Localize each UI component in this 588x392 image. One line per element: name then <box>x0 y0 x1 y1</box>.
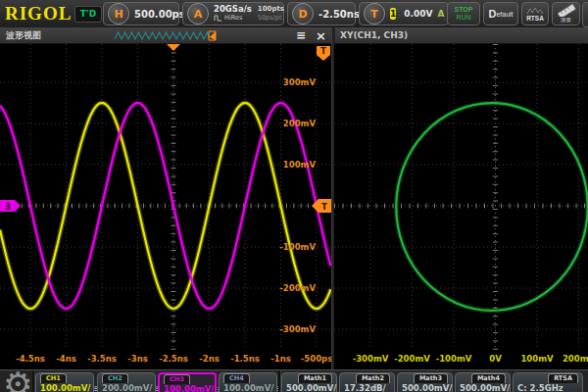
channel-box-ch2[interactable]: CH2200.00mV/≡ <box>97 372 156 392</box>
trigger-status-badge: T'D <box>74 6 102 23</box>
volt-tick-label: -100mV <box>279 242 316 252</box>
delay-value: -2.50ns <box>318 9 360 20</box>
channel-box-ch3[interactable]: CH3100.00mV/≡ <box>158 372 217 392</box>
xy-tick-label: 0V <box>489 354 502 364</box>
svg-text:T: T <box>321 203 327 212</box>
waveform-panel-header: 波形视图 ≡ × <box>0 27 331 44</box>
xy-tick-label: 200mV <box>563 354 588 364</box>
acquire-mode: HiRes <box>224 14 242 23</box>
time-tick-label: -1ns <box>270 354 291 364</box>
trigger-group[interactable]: T 1 0.00V A <box>359 2 449 25</box>
bottom-channel-bar: ⚙ CH1100.00mV/≡CH2200.00mV/≡CH3100.00mV/… <box>0 369 588 392</box>
svg-text:T: T <box>320 47 326 56</box>
math-scale-value: 500.00mV/ <box>286 383 336 392</box>
channel-tab: CH4 <box>223 373 250 383</box>
horizontal-scale-value: 500.00ps/ <box>134 9 188 20</box>
trigger-level-value: 0.00V <box>404 9 432 19</box>
ch3-ground-marker[interactable]: 3 <box>0 200 21 212</box>
channel-tab: CH3 <box>164 374 190 384</box>
math-scale-value: 17.32dB/ <box>344 383 386 392</box>
volt-tick-label: 200mV <box>283 119 317 128</box>
xy-tick-label: -100mV <box>436 354 472 364</box>
rtsa-button[interactable]: RTSA <box>521 2 549 25</box>
channel-tab: CH1 <box>40 373 67 383</box>
math-tab: Math4 <box>471 373 506 383</box>
rtsa-value: C: 2.5GHz <box>514 383 582 392</box>
math-tab: Math1 <box>298 373 332 383</box>
top-toolbar: RIGOL T'D H 500.00ps/ A 20GSa/s HiRes 10… <box>0 0 588 28</box>
rtsa-status-box[interactable]: RTSA C: 2.5GHz <box>513 372 583 392</box>
channel-scale-value: 200.00mV/ <box>102 383 152 392</box>
math-box-math2[interactable]: Math217.32dB/ <box>339 372 395 392</box>
delay-group[interactable]: D -2.50ns <box>287 2 356 25</box>
measure-button[interactable]: 测量 <box>552 2 580 25</box>
acquisition-group[interactable]: A 20GSa/s HiRes 100pts 50ps/pt <box>182 2 284 25</box>
rtsa-tab: RTSA <box>548 373 578 383</box>
channel-box-ch4[interactable]: CH4100.00mV/≡ <box>219 372 277 392</box>
xy-trace[interactable] <box>396 103 588 311</box>
trigger-position-flag[interactable]: T <box>317 46 330 61</box>
channel-tab: CH2 <box>102 373 128 383</box>
collapse-arrow-icon[interactable]: ‹ <box>438 8 442 21</box>
menu-icon[interactable]: ≡ <box>296 27 306 44</box>
run-label: RUN <box>456 14 470 22</box>
math-box-math4[interactable]: Math4500.00mV/ <box>455 372 511 392</box>
time-tick-label: -500ps <box>301 354 331 364</box>
stop-run-button[interactable]: STOP RUN <box>447 2 480 25</box>
default-button[interactable]: Default <box>483 2 518 25</box>
time-tick-label: -3ns <box>127 354 148 364</box>
delay-position-marker[interactable] <box>167 44 180 51</box>
memory-depth: 100pts <box>258 5 284 14</box>
math-box-math1[interactable]: Math1500.00mV/ <box>281 372 337 392</box>
waveform-plot[interactable]: -4.5ns-4ns-3.5ns-3ns-2.5ns-2ns-1.5ns-1ns… <box>0 44 331 369</box>
math-tab: Math3 <box>414 373 448 383</box>
trigger-knob[interactable]: T <box>364 3 385 24</box>
sample-resolution: 50ps/pt <box>258 14 284 23</box>
math-scale-value: 500.00mV/ <box>402 383 452 392</box>
horizontal-knob[interactable]: H <box>108 3 129 24</box>
time-tick-label: -1.5ns <box>230 354 260 364</box>
volt-tick-label: -300mV <box>279 324 316 334</box>
xy-panel-header: XY(CH1, CH3) <box>334 27 588 44</box>
ruler-icon <box>556 4 577 17</box>
volt-tick-label: 300mV <box>283 77 317 87</box>
trigger-source-badge: 1 <box>390 8 396 20</box>
rigol-logo: RIGOL <box>5 3 72 24</box>
close-icon[interactable]: × <box>316 27 326 44</box>
clipped-button[interactable] <box>582 2 588 27</box>
horizontal-scale-group[interactable]: H 500.00ps/ <box>103 2 179 25</box>
channel-box-ch1[interactable]: CH1100.00mV/≡ <box>35 372 94 392</box>
waveform-preview-strip[interactable] <box>115 30 217 41</box>
time-tick-label: -4ns <box>56 354 76 364</box>
xy-tick-label: -300mV <box>353 354 389 364</box>
xy-tick-label: -200mV <box>394 354 430 364</box>
time-tick-label: -3.5ns <box>87 354 117 364</box>
acquire-knob[interactable]: A <box>187 3 209 24</box>
math-tab: Math2 <box>356 373 390 383</box>
xy-panel-title: XY(CH1, CH3) <box>334 27 588 44</box>
channel-scale-value: 100.00mV/ <box>40 383 90 392</box>
spectrum-icon <box>526 7 544 15</box>
stop-label: STOP <box>455 6 473 14</box>
time-tick-label: -2.5ns <box>159 354 188 364</box>
volt-tick-label: -200mV <box>279 283 316 293</box>
gear-icon[interactable]: ⚙ <box>3 369 32 392</box>
time-tick-label: -4.5ns <box>16 354 45 364</box>
measure-label: 测量 <box>561 17 571 24</box>
delay-knob[interactable]: D <box>292 3 314 24</box>
rtsa-label: RTSA <box>526 15 544 22</box>
oscilloscope-screen: RIGOL T'D H 500.00ps/ A 20GSa/s HiRes 10… <box>0 0 588 392</box>
channel-scale-value: 100.00mV/ <box>164 384 214 392</box>
volt-tick-label: 100mV <box>283 160 317 170</box>
xy-tick-label: 100mV <box>520 354 554 364</box>
math-box-math3[interactable]: Math3500.00mV/ <box>397 372 453 392</box>
square-wave-icon <box>214 15 222 22</box>
channel-scale-value: 100.00mV/ <box>223 383 273 392</box>
xy-plot[interactable]: -300mV-200mV-100mV0V100mV200mV <box>334 44 588 369</box>
svg-text:3: 3 <box>5 203 11 212</box>
time-tick-label: -2ns <box>199 354 220 364</box>
math-scale-value: 500.00mV/ <box>460 383 510 392</box>
sample-rate: 20GSa/s <box>214 5 252 14</box>
